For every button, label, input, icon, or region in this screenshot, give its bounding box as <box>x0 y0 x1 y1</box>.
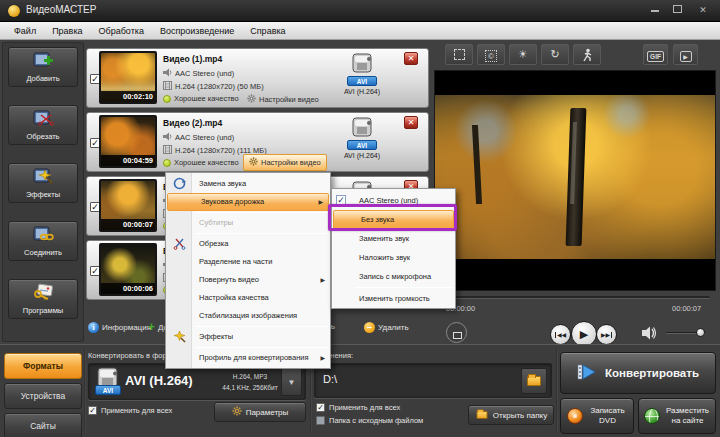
audio-info: AAC Stereo (und) <box>175 69 234 78</box>
file-name: Видео (1).mp4 <box>163 54 222 64</box>
submenu-arrow-icon: ▶ <box>320 349 325 367</box>
volume-knob[interactable] <box>696 328 705 337</box>
programs-button[interactable]: Программы <box>8 279 78 319</box>
rotate-button[interactable]: ↻ <box>541 44 569 65</box>
frame-capture-icon <box>453 332 462 339</box>
selected-format: AVI (H.264) <box>125 373 193 388</box>
add-video-button[interactable]: Добавить <box>8 47 78 87</box>
save-path-field[interactable]: D:\ <box>314 363 552 398</box>
divider <box>556 348 558 434</box>
maximize-icon[interactable] <box>673 5 682 13</box>
format-dropdown-button[interactable]: ▼ <box>281 367 302 396</box>
info-icon: i <box>88 322 99 333</box>
quality-dot-icon <box>163 159 171 167</box>
seek-bar[interactable] <box>440 296 710 299</box>
crop-icon <box>454 49 465 60</box>
fullscreen-play-icon: ▶ <box>680 51 692 62</box>
title-bar: ВидеоМАСТЕР ✕ <box>0 0 720 22</box>
birch-trunk <box>565 108 586 246</box>
output-format-block: AVI AVI (H.264) <box>331 52 393 95</box>
video-settings-button-active[interactable]: Настройки видео <box>243 154 327 171</box>
submenu-item-replace-sound[interactable]: Заменить звук <box>332 229 455 248</box>
quality-dot-icon <box>163 95 171 103</box>
remove-file-button[interactable]: ✕ <box>404 52 418 65</box>
add-film-icon <box>32 55 54 72</box>
format-badge: AVI <box>347 76 377 86</box>
fullscreen-button[interactable]: ▶ <box>673 44 698 65</box>
folder-icon <box>476 411 487 419</box>
scissors-icon <box>170 237 188 251</box>
scissors-film-icon <box>32 113 54 130</box>
menu-processing[interactable]: Обработка <box>91 26 152 36</box>
menu-item-split[interactable]: Разделение на части <box>166 253 330 271</box>
submenu-arrow-icon: ▶ <box>320 271 325 289</box>
file-row: ✓ 00:04:59 Видео (2).mp4 AAC Stereo (und… <box>86 112 429 172</box>
volume-icon[interactable] <box>641 325 658 345</box>
context-menu: Замена звука Звуковая дорожка▶ Субтитры … <box>165 172 331 369</box>
sidebar: Добавить Обрезать Эффекты Соединить Прог… <box>2 42 84 342</box>
trim-video-button[interactable]: Обрезать <box>8 105 78 145</box>
close-icon[interactable]: ✕ <box>696 3 710 17</box>
join-videos-button[interactable]: Соединить <box>8 221 78 261</box>
browse-folder-button[interactable] <box>521 368 547 394</box>
rotate-icon: ↻ <box>550 48 559 60</box>
tab-sites[interactable]: Сайты <box>4 413 82 437</box>
menu-separator <box>195 326 328 327</box>
next-button[interactable]: ▶▶ <box>596 324 617 345</box>
quality-label: Хорошее качество <box>174 94 239 103</box>
duration-label: 00:00:07 <box>101 219 155 230</box>
source-folder-checkbox[interactable]: Папка с исходным файлом <box>316 416 423 425</box>
window-title: ВидеоМАСТЕР <box>26 4 96 15</box>
skip-back-icon: ◀◀ <box>555 332 566 338</box>
video-preview <box>434 70 716 291</box>
previous-button[interactable]: ◀◀ <box>550 324 571 345</box>
tab-formats[interactable]: Форматы <box>4 353 82 379</box>
menu-separator <box>195 233 328 234</box>
menu-item-audio-track[interactable]: Звуковая дорожка▶ <box>167 193 329 211</box>
convert-arrow-icon <box>577 362 597 384</box>
burn-dvd-button[interactable]: Записать DVD <box>560 398 634 434</box>
dvd-disc-icon <box>567 408 583 424</box>
menu-item-rotate[interactable]: Повернуть видео▶ <box>166 271 330 289</box>
minus-icon: – <box>364 322 375 333</box>
menu-item-stabilization[interactable]: Стабилизация изображения <box>166 307 330 325</box>
parameters-button[interactable]: Параметры <box>214 402 306 422</box>
open-folder-button[interactable]: Открыть папку <box>468 405 554 425</box>
video-settings-button[interactable]: Настройки видео <box>247 94 319 105</box>
watermark-button[interactable]: © <box>477 44 505 65</box>
remove-selected-button[interactable]: –Удалить <box>364 322 409 333</box>
menu-item-effects[interactable]: Эффекты <box>166 328 330 346</box>
apply-all-save-checkbox[interactable]: ✓Применить для всех <box>316 403 400 412</box>
checkbox-icon: ✓ <box>88 406 97 415</box>
brightness-button[interactable]: ☀ <box>509 44 537 65</box>
video-thumbnail: 00:00:07 <box>99 179 157 232</box>
menu-help[interactable]: Справка <box>242 26 293 36</box>
convert-button[interactable]: Конвертировать <box>560 352 716 394</box>
folder-icon <box>527 376 541 386</box>
app-icon <box>8 5 20 17</box>
submenu-item-overlay-sound[interactable]: Наложить звук <box>332 248 455 267</box>
menu-item-conversion-profile[interactable]: Профиль для конвертирования▶ <box>166 349 330 367</box>
speed-button[interactable] <box>573 44 601 65</box>
menu-item-replace-audio[interactable]: Замена звука <box>166 175 330 193</box>
effects-button[interactable]: Эффекты <box>8 163 78 203</box>
menu-item-quality[interactable]: Настройка качества <box>166 289 330 307</box>
menu-item-crop[interactable]: Обрезка <box>166 235 330 253</box>
highlight-frame <box>328 204 457 231</box>
menu-edit[interactable]: Правка <box>44 26 90 36</box>
submenu-item-record-mic[interactable]: Запись с микрофона <box>332 267 455 286</box>
crop-button[interactable] <box>445 44 473 65</box>
publish-site-button[interactable]: Разместить на сайте <box>638 398 716 434</box>
menu-file[interactable]: Файл <box>6 26 44 36</box>
audio-info: AAC Stereo (und) <box>175 133 234 142</box>
apply-all-formats-checkbox[interactable]: ✓Применить для всех <box>88 406 172 415</box>
submenu-item-change-volume[interactable]: Изменить громкость <box>332 289 455 308</box>
snapshot-button[interactable] <box>446 322 467 343</box>
effects-star-icon <box>170 330 188 344</box>
menu-playback[interactable]: Воспроизведение <box>152 26 242 36</box>
remove-file-button[interactable]: ✕ <box>404 116 418 129</box>
minimize-icon[interactable] <box>651 3 659 12</box>
tab-devices[interactable]: Устройства <box>4 383 82 409</box>
gif-button[interactable]: GIF <box>643 44 668 65</box>
info-button[interactable]: iИнформация <box>88 322 151 333</box>
